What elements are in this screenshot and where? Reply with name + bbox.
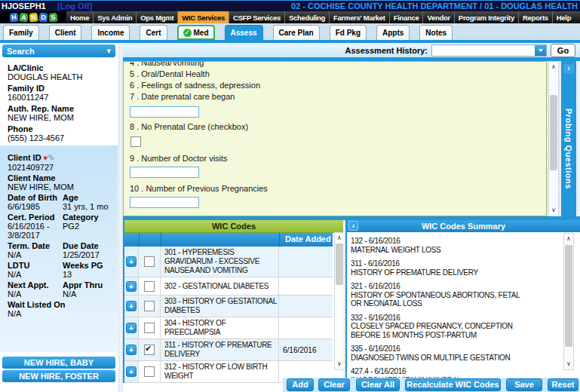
family-member-button-new-hire-foster[interactable]: NEW HIRE, FOSTER xyxy=(2,370,115,382)
code-checkbox[interactable] xyxy=(144,345,155,355)
tab-notes[interactable]: Notes xyxy=(419,25,453,40)
question-8-checkbox[interactable] xyxy=(130,136,141,147)
expand-code-button[interactable]: + xyxy=(126,281,137,292)
tab-label: Client xyxy=(55,29,76,37)
scroll-down-icon[interactable]: ∨ xyxy=(335,360,343,369)
field-label-text: Weeks PG xyxy=(63,261,103,270)
chevron-down-icon: ▾ xyxy=(106,46,111,56)
expand-code-button[interactable]: + xyxy=(126,323,137,333)
field-label: Next Appt. xyxy=(8,280,58,289)
scroll-down-icon[interactable]: ∨ xyxy=(564,360,573,369)
action-button-add[interactable]: Add xyxy=(287,378,314,391)
action-button-clear[interactable]: Clear xyxy=(318,378,350,391)
scroll-up-icon[interactable]: ∧ xyxy=(549,63,558,72)
action-button-recalculate-wic-codes[interactable]: Recalculate WIC Codes xyxy=(405,378,501,391)
assessment-questions-panel: 4 . Nausea/Vomiting5 . Oral/Dental Healt… xyxy=(123,61,547,216)
scroll-thumb[interactable] xyxy=(550,95,557,170)
menu-item-sys-admin[interactable]: Sys Admin xyxy=(93,11,136,23)
tab-fd-pkg[interactable]: Fd Pkg xyxy=(330,25,367,40)
wic-codes-summary-panel: › WIC Codes Summary 132 - 6/16/2016MATER… xyxy=(345,220,580,383)
question-7-input[interactable] xyxy=(130,106,199,118)
code-checkbox[interactable] xyxy=(144,323,155,333)
field-value: N/A xyxy=(8,250,58,259)
field-label-text: Category xyxy=(63,213,99,222)
summary-entry-code: 321 - 6/16/2016 xyxy=(351,282,525,291)
code-checkbox[interactable] xyxy=(144,366,155,377)
expand-code-button[interactable]: + xyxy=(126,256,137,267)
menu-item-reports[interactable]: Reports xyxy=(518,11,552,23)
menu-items: HomeSys AdminOps MgmtWIC ServicesCSFP Se… xyxy=(66,11,580,23)
field-category: CategoryPG2 xyxy=(63,213,118,240)
search-panel-header[interactable]: Search ▾ xyxy=(2,44,115,57)
plus-cell: + xyxy=(124,247,139,277)
field-label-text: Due Date xyxy=(63,241,99,250)
dropdown-arrow-icon[interactable] xyxy=(535,45,546,56)
scroll-thumb[interactable] xyxy=(336,243,343,285)
menu-item-scheduling[interactable]: Scheduling xyxy=(284,11,329,23)
menu-item-help[interactable]: Help xyxy=(552,11,575,23)
checkbox-cell xyxy=(139,296,161,317)
scroll-up-icon[interactable]: ∧ xyxy=(564,234,573,243)
menu-item-home[interactable]: Home xyxy=(66,11,93,23)
question-9-input[interactable] xyxy=(130,167,199,178)
expand-code-button[interactable]: + xyxy=(126,366,137,377)
code-date-added: 6/16/2016 xyxy=(279,346,333,354)
checkbox-cell xyxy=(139,247,161,277)
field-label-text: Cert. Period xyxy=(8,213,54,222)
menu-item-program-integrity[interactable]: Program Integrity xyxy=(454,11,518,23)
menu-item-wic-services[interactable]: WIC Services xyxy=(177,11,229,23)
questions-scrollbar[interactable]: ∧∨ xyxy=(548,61,559,216)
menu-item-csfp-services[interactable]: CSFP Services xyxy=(229,11,284,23)
tab-assess[interactable]: Assess xyxy=(225,25,263,40)
tab-cert[interactable]: Cert xyxy=(140,25,167,40)
action-button-save[interactable]: Save xyxy=(506,378,542,391)
tab-med[interactable]: ✓Med xyxy=(177,25,215,40)
code-checkbox[interactable] xyxy=(144,301,155,311)
menu-item-vendor[interactable]: Vendor xyxy=(422,11,453,23)
tab-family[interactable]: Family xyxy=(3,25,39,40)
tab-income[interactable]: Income xyxy=(91,25,130,40)
summary-scrollbar[interactable]: ∧∨ xyxy=(563,233,574,370)
field-label-text: Date of Birth xyxy=(8,193,57,202)
wic-code-row: +311 - HISTORY OF PREMATURE DELIVERY6/16… xyxy=(124,339,333,361)
probing-questions-tab[interactable]: ‹ Probing Questions xyxy=(561,61,576,221)
tab-care-plan[interactable]: Care Plan xyxy=(273,25,320,40)
scroll-up-icon[interactable]: ∧ xyxy=(335,234,343,243)
code-description: 303 - HISTORY OF GESTATIONAL DIABETES xyxy=(161,296,279,317)
scroll-down-icon[interactable]: ∨ xyxy=(549,206,558,215)
assessment-history-dropdown[interactable] xyxy=(431,44,547,57)
expand-code-button[interactable]: + xyxy=(126,301,137,311)
code-checkbox[interactable] xyxy=(144,256,155,267)
probing-questions-label: Probing Questions xyxy=(564,109,573,189)
tab-appts[interactable]: Appts xyxy=(376,25,410,40)
menu-item-farmers-market[interactable]: Farmers' Market xyxy=(329,11,389,23)
family-member-button-new-hire-baby[interactable]: NEW HIRE, BABY xyxy=(2,357,115,369)
tab-client[interactable]: Client xyxy=(49,25,82,40)
action-button-clear-all[interactable]: Clear All xyxy=(356,378,400,391)
collapse-left-icon[interactable]: ‹ xyxy=(563,64,574,74)
summary-entry-code: 427.4 - 6/16/2016 xyxy=(351,367,525,376)
go-button[interactable]: Go xyxy=(551,44,575,57)
wic-codes-scrollbar[interactable]: ∧∨ xyxy=(334,232,343,370)
client-field-row: Cert. Period6/16/2016 - 3/8/2017Category… xyxy=(8,213,118,240)
expand-code-button[interactable]: + xyxy=(126,345,137,355)
menu-item-finance[interactable]: Finance xyxy=(389,11,423,23)
log-off-link[interactable]: [Log Off] xyxy=(57,2,92,11)
scroll-thumb[interactable] xyxy=(565,245,572,347)
wic-codes-header: WIC Codes xyxy=(124,220,343,233)
summary-entry-desc: MATERNAL WEIGHT LOSS xyxy=(351,246,525,255)
summary-entry-desc: HISTORY OF PREMATURE DELIVERY xyxy=(351,268,525,277)
assessment-history-label: Assessment History: xyxy=(345,46,428,55)
checkbox-cell xyxy=(139,361,161,382)
expand-right-icon[interactable]: › xyxy=(348,221,358,231)
field-ldtu: LDTUN/A xyxy=(8,261,63,279)
action-button-reset[interactable]: Reset xyxy=(548,378,578,391)
menu-item-ops-mgmt[interactable]: Ops Mgmt xyxy=(136,11,177,23)
logo-hand-d: D xyxy=(38,12,48,22)
module-tab-bar: FamilyClientIncomeCert✓MedAssessCare Pla… xyxy=(0,23,580,40)
field-value: 1021409727 xyxy=(8,163,109,172)
field-value: N/A xyxy=(8,309,109,318)
pencil-edit-icon[interactable]: ✎ xyxy=(48,153,54,162)
code-checkbox[interactable] xyxy=(144,281,155,292)
question-10-input[interactable] xyxy=(130,197,199,208)
